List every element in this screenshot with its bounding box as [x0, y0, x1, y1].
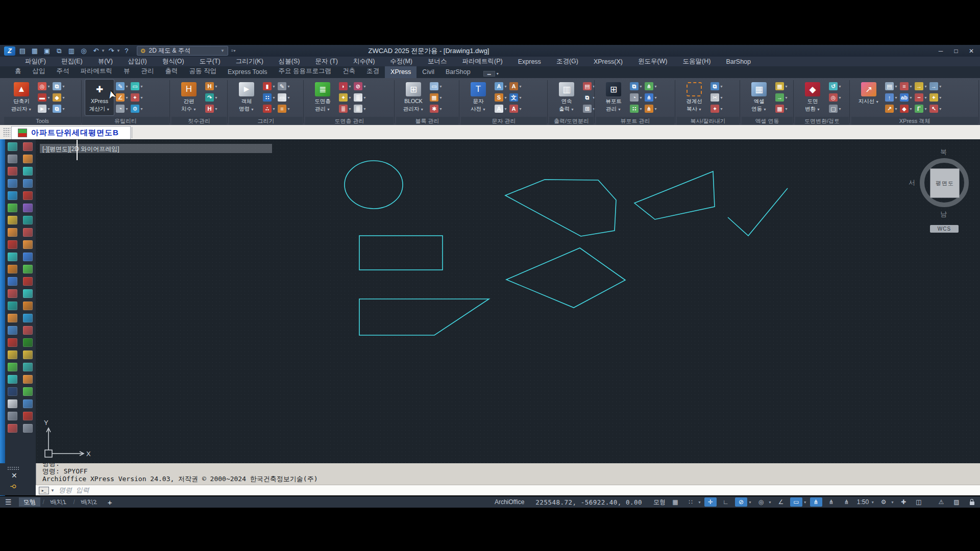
big-button-경계선복사[interactable]: 경계선복사 ▼: [680, 80, 708, 115]
small-tool-button[interactable]: ✱▼: [430, 104, 443, 113]
workspace-selector[interactable]: ⚙ 2D 제도 & 주석 ▼: [137, 46, 228, 56]
chevron-down-icon[interactable]: ▼: [698, 500, 701, 504]
small-tool-button[interactable]: ►▼: [38, 104, 51, 113]
toolbar-icon-23[interactable]: [8, 424, 17, 433]
menu-item-14[interactable]: 조경(G): [549, 57, 586, 66]
ribbon-tab-홈[interactable]: 홈: [9, 65, 27, 78]
ribbon-tab-Express Tools[interactable]: Express Tools: [222, 66, 273, 78]
compass-north[interactable]: 북: [940, 147, 947, 157]
wrench-icon[interactable]: ⚲: [10, 484, 17, 489]
small-tool-button[interactable]: A▼: [495, 104, 507, 113]
small-tool-button[interactable]: ◆▼: [900, 104, 913, 113]
workspace-switch-icon[interactable]: ◫: [913, 497, 925, 507]
menu-item-17[interactable]: 도움말(H): [675, 57, 719, 66]
chevron-down-icon[interactable]: ▼: [748, 500, 752, 504]
drawing-shape-5[interactable]: [634, 171, 715, 219]
dynamic-input-icon[interactable]: ▭: [790, 497, 802, 507]
ribbon-tab-주석[interactable]: 주석: [51, 65, 75, 78]
drawing-shape-1[interactable]: [359, 236, 443, 270]
big-button-뷰포트관리[interactable]: ⊞뷰포트관리 ▼: [599, 80, 628, 115]
big-button-XPress계산기[interactable]: ✚XPress계산기 ▼➤: [85, 80, 114, 115]
small-tool-button[interactable]: ≡▼: [278, 104, 290, 113]
small-tool-button[interactable]: ≣▼: [354, 104, 366, 113]
small-tool-button[interactable]: ≡▼: [900, 82, 913, 91]
toolbar-icon-11[interactable]: [23, 277, 33, 286]
print-icon[interactable]: ▥: [66, 46, 77, 56]
ribbon-tab-파라메트릭[interactable]: 파라메트릭: [75, 65, 118, 78]
small-tool-button[interactable]: ab▼: [900, 93, 913, 102]
image-frame-icon[interactable]: ▨: [950, 497, 963, 507]
toolbar-icon-18[interactable]: [23, 363, 33, 371]
small-tool-button[interactable]: ▢▼: [829, 104, 842, 113]
ribbon-tab-공동 작업[interactable]: 공동 작업: [184, 65, 222, 78]
toolbar-icon-23[interactable]: [23, 424, 33, 433]
menu-item-11[interactable]: 보너스: [420, 57, 455, 66]
small-tool-button[interactable]: ↖▼: [929, 104, 942, 113]
small-tool-button[interactable]: ⋔▼: [645, 93, 657, 102]
small-tool-button[interactable]: ▮▼: [263, 82, 276, 91]
toolbar-icon-17[interactable]: [8, 350, 17, 359]
small-tool-button[interactable]: ↺▼: [829, 82, 842, 91]
document-tab[interactable]: 아파트단위세대평면도B: [11, 126, 131, 139]
toolbar-icon-20[interactable]: [23, 387, 33, 396]
toolbar-icon-10[interactable]: [23, 265, 33, 273]
zwcad-logo[interactable]: Z: [4, 46, 15, 56]
toolbar-icon-6[interactable]: [8, 216, 17, 224]
hamburger-menu-icon[interactable]: ☰: [5, 498, 12, 506]
small-tool-button[interactable]: A▼: [495, 82, 507, 91]
chevron-down-icon[interactable]: ▼: [871, 500, 874, 504]
toolbar-icon-14[interactable]: [23, 314, 33, 322]
model-space-button[interactable]: 모형: [653, 498, 666, 507]
menu-item-13[interactable]: Express: [510, 58, 549, 65]
toolbar-icon-15[interactable]: [23, 326, 33, 335]
maximize-button[interactable]: □: [949, 46, 963, 56]
toolbar-icon-11[interactable]: [8, 277, 17, 286]
small-tool-button[interactable]: ▭▼: [278, 93, 290, 102]
toolbar-icon-8[interactable]: [8, 240, 17, 249]
toolbar-icon-1[interactable]: [8, 155, 17, 163]
toolbar-icon-19[interactable]: [8, 375, 17, 384]
small-tool-button[interactable]: S▼: [495, 93, 507, 102]
drawing-shape-6[interactable]: [728, 188, 788, 236]
big-button-엑셀연동[interactable]: ▦엑셀연동 ▼: [745, 80, 773, 115]
chevron-down-icon[interactable]: ▼: [51, 488, 55, 493]
redo-icon[interactable]: ↷: [106, 46, 116, 56]
grid-icon[interactable]: ▦: [669, 497, 681, 507]
transparency-icon[interactable]: ⋔: [841, 497, 853, 507]
small-tool-button[interactable]: ✦▼: [929, 93, 942, 102]
toolbar-icon-2[interactable]: [23, 167, 33, 176]
command-history[interactable]: 명령:명령: SPYOFFArchiOffice XPress Version …: [36, 463, 980, 485]
small-tool-button[interactable]: →▼: [775, 93, 788, 102]
big-button-도면층관리[interactable]: ≣도면층관리 ▼: [308, 80, 337, 115]
scale-select[interactable]: 1:50: [856, 497, 870, 507]
drawing-shape-0[interactable]: [345, 161, 403, 209]
compass-face-button[interactable]: 평면도: [930, 168, 960, 198]
toolbar-icon-7[interactable]: [23, 228, 33, 237]
toolbar-icon-13[interactable]: [23, 302, 33, 310]
dynamic-ucs-icon[interactable]: ✛: [704, 497, 717, 507]
toolbar-icon-0[interactable]: [23, 142, 33, 151]
compass-west[interactable]: 서: [909, 178, 915, 187]
new-file-icon[interactable]: ▤: [17, 46, 28, 56]
ortho-icon[interactable]: ∟: [720, 497, 732, 507]
toolbar-icon-4[interactable]: [8, 191, 17, 200]
small-tool-button[interactable]: ✦▼: [710, 104, 723, 113]
big-button-BLOCK관리자[interactable]: ⊞BLOCK관리자 ▼: [399, 80, 428, 115]
toolbar-icon-22[interactable]: [23, 412, 33, 420]
small-tool-button[interactable]: ⧉▼: [710, 82, 723, 91]
polar-tracking-icon[interactable]: ⊘: [735, 497, 747, 507]
small-tool-button[interactable]: Η▼: [205, 104, 218, 113]
small-tool-button[interactable]: A▼: [509, 82, 522, 91]
toolbar-icon-2[interactable]: [8, 167, 17, 176]
wcs-button[interactable]: WCS: [930, 225, 959, 233]
ribbon-tab-출력[interactable]: 출력: [160, 65, 184, 78]
chevron-down-icon[interactable]: ▼: [116, 48, 120, 53]
menu-item-12[interactable]: 파라메트릭(P): [455, 57, 510, 66]
big-button-지시선[interactable]: ↗지시선 ▼: [854, 80, 883, 115]
toolbar-icon-5[interactable]: [23, 204, 33, 212]
small-tool-button[interactable]: ▦▼: [430, 93, 443, 102]
angle-icon[interactable]: ∠: [775, 497, 787, 507]
close-button[interactable]: ✕: [965, 46, 978, 56]
command-grip[interactable]: [7, 466, 19, 470]
small-tool-button[interactable]: ⊘▼: [354, 82, 366, 91]
